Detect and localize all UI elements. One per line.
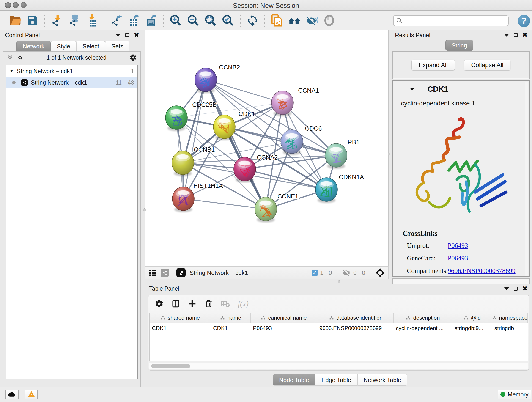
network-collection-row[interactable]: ▼ String Network – cdk1 1 (6, 65, 137, 77)
node-CDC25B[interactable] (165, 106, 187, 131)
export-image-icon[interactable] (145, 14, 158, 27)
panel-float-icon[interactable] (514, 287, 518, 291)
collapse-all-icon[interactable] (7, 54, 13, 61)
collapse-all-button[interactable]: Collapse All (464, 60, 510, 70)
expand-all-button[interactable]: Expand All (412, 60, 455, 70)
column-header-description[interactable]: description (394, 313, 452, 323)
panel-menu-icon[interactable] (504, 34, 509, 37)
node-CDC6[interactable] (281, 130, 303, 155)
column-header-databaseidentifier[interactable]: database identifier (317, 313, 394, 323)
crosslink-link[interactable]: P06493 (448, 254, 468, 262)
import-network-icon[interactable] (51, 14, 64, 27)
node-HIST1H1A[interactable] (172, 187, 194, 212)
table-cell[interactable]: cyclin-dependent ... (394, 325, 452, 332)
expand-all-icon[interactable] (17, 54, 24, 61)
search-input[interactable] (393, 15, 509, 26)
network-options-gear-icon[interactable] (129, 54, 137, 61)
node-table[interactable]: shared namenamecanonical namedatabase id… (149, 313, 528, 361)
tab-edge-table[interactable]: Edge Table (315, 374, 357, 386)
panel-menu-icon[interactable] (504, 287, 509, 290)
import-table-icon[interactable] (85, 14, 99, 27)
tab-node-table[interactable]: Node Table (273, 374, 315, 386)
table-cell[interactable]: stringdb (492, 325, 528, 332)
network-row[interactable]: String Network – cdk1 11 48 (6, 77, 137, 88)
tab-sets[interactable]: Sets (105, 41, 129, 51)
show-all-icon[interactable] (323, 14, 336, 27)
table-cell[interactable]: P06493 (251, 325, 317, 332)
tab-select[interactable]: Select (76, 41, 105, 51)
warnings-button[interactable] (25, 390, 38, 399)
zoom-out-icon[interactable] (186, 14, 200, 27)
table-cell[interactable]: 9606.ENSP00000378699 (317, 325, 394, 332)
results-scrollbar[interactable] (525, 82, 528, 276)
search-field[interactable] (393, 15, 509, 26)
node-RB1[interactable] (325, 143, 347, 169)
open-session-icon[interactable] (8, 14, 22, 27)
zoom-fit-icon[interactable] (204, 14, 217, 27)
hide-selected-icon[interactable] (305, 14, 318, 27)
panel-menu-icon[interactable] (116, 34, 121, 37)
column-header-id[interactable]: @id (452, 313, 492, 323)
view-share-icon[interactable] (161, 269, 169, 277)
save-session-icon[interactable] (26, 14, 39, 27)
export-table-icon[interactable] (127, 14, 140, 27)
panel-float-icon[interactable] (514, 33, 518, 37)
node-CCNB1[interactable] (172, 151, 194, 176)
open-in-window-icon[interactable] (177, 268, 186, 277)
right-splitter-grip[interactable] (388, 153, 390, 155)
selected-checkbox-icon[interactable]: ✓ (312, 270, 318, 276)
node-CDKN1A[interactable] (316, 178, 337, 203)
tab-network-table[interactable]: Network Table (357, 374, 407, 386)
table-cell[interactable]: CDK1 (211, 325, 251, 332)
help-icon[interactable]: ? (518, 15, 530, 27)
cloud-button[interactable] (5, 390, 19, 399)
zoom-in-icon[interactable] (169, 14, 182, 27)
zoom-selected-icon[interactable] (221, 14, 234, 27)
table-cell[interactable]: CDK1 (150, 325, 211, 332)
delete-column-icon[interactable] (204, 299, 213, 308)
grid-view-icon[interactable] (149, 269, 157, 277)
export-network-icon[interactable] (110, 14, 123, 27)
node-CCNA1[interactable] (272, 91, 293, 116)
collection-caret-icon[interactable]: ▼ (9, 69, 14, 74)
table-horizontal-scrollbar[interactable] (149, 363, 528, 370)
new-network-from-selection-icon[interactable] (270, 14, 284, 27)
panel-float-icon[interactable] (125, 33, 129, 37)
splitter-grip[interactable] (338, 280, 341, 283)
panel-close-icon[interactable]: ✖ (522, 286, 527, 292)
edge-HIST1H1A-CCNE1[interactable] (183, 199, 266, 209)
column-header-namespace[interactable]: namespace (492, 313, 528, 323)
add-column-icon[interactable] (188, 299, 196, 308)
node-CCNE1[interactable] (255, 197, 277, 223)
tab-style[interactable]: Style (51, 41, 76, 51)
column-header-name[interactable]: name (211, 313, 251, 323)
refresh-icon[interactable] (246, 14, 259, 27)
node-CDK1[interactable] (213, 115, 235, 140)
show-columns-icon[interactable] (171, 299, 180, 308)
tab-string[interactable]: String (445, 40, 473, 51)
edge-CCNB2-HIST1H1A[interactable] (183, 80, 206, 199)
crosslink-link[interactable]: 9606.ENSP00000378699 (448, 267, 515, 274)
edge-CCNB2-CCNA1[interactable] (206, 80, 283, 103)
gene-caret-icon[interactable] (410, 88, 415, 90)
table-row[interactable]: CDK1CDK1P064939606.ENSP00000378699cyclin… (150, 323, 528, 333)
column-header-canonicalname[interactable]: canonical name (251, 313, 317, 323)
gene-section-header[interactable]: CDK1 (394, 82, 526, 96)
table-cell[interactable]: stringdb:9... (452, 325, 492, 332)
tab-network[interactable]: Network (17, 41, 51, 51)
left-splitter-grip[interactable] (143, 208, 146, 211)
first-neighbors-icon[interactable] (288, 14, 301, 27)
scrollbar-thumb[interactable] (151, 364, 190, 368)
table-options-gear-icon[interactable] (155, 299, 164, 308)
column-header-sharedname[interactable]: shared name (150, 313, 211, 323)
node-CCNA2[interactable] (234, 157, 256, 183)
import-database-icon[interactable] (68, 14, 81, 27)
node-CCNB2[interactable] (195, 68, 217, 93)
birds-eye-view-icon[interactable] (375, 268, 385, 278)
panel-close-icon[interactable]: ✖ (134, 32, 139, 38)
gene-description: cyclin-dependent kinase 1 (401, 100, 475, 107)
memory-button[interactable]: Memory (498, 390, 531, 399)
crosslink-link[interactable]: P06493 (448, 242, 468, 249)
network-canvas[interactable]: CCNB2CCNA1CDC25BCDK1CDC6RB1CCNB1CCNA2CDK… (145, 30, 389, 266)
panel-close-icon[interactable]: ✖ (522, 32, 527, 38)
